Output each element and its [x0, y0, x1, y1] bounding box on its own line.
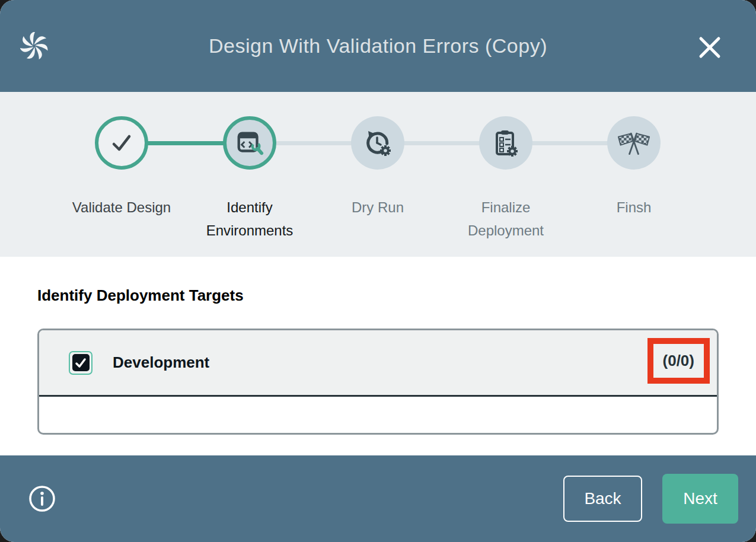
content-heading: Identify Deployment Targets: [37, 286, 719, 305]
deployment-targets-panel: Development (0/0): [37, 329, 719, 435]
environment-count: (0/0): [663, 352, 694, 370]
dialog-footer: Back Next: [0, 455, 756, 542]
next-button[interactable]: Next: [662, 474, 738, 524]
deployment-wizard-dialog: Design With Validation Errors (Copy) Val…: [0, 0, 756, 542]
history-gear-icon: [362, 127, 393, 158]
step-identify-environments: Identify Environments: [186, 92, 314, 242]
dialog-title: Design With Validation Errors (Copy): [0, 34, 756, 58]
step-label: Dry Run: [324, 196, 431, 219]
step-circle: [607, 116, 661, 170]
environment-checkbox[interactable]: [69, 351, 92, 375]
step-circle: [479, 116, 532, 170]
step-circle: [95, 116, 148, 170]
step-label: Validate Design: [68, 196, 175, 219]
step-label: Identify Environments: [196, 196, 303, 242]
wizard-body: Identify Deployment Targets Development …: [0, 257, 756, 455]
checkbox-checked-box: [72, 354, 90, 371]
environment-row: Development (0/0): [39, 330, 717, 397]
step-label: Finalize Deployment: [452, 196, 559, 242]
wizard-stepper: Validate Design Identify Environments: [0, 92, 756, 257]
stepper-steps: Validate Design Identify Environments: [58, 92, 698, 242]
checkered-flags-icon: [617, 127, 650, 158]
step-validate-design: Validate Design: [58, 92, 186, 242]
dialog-header: Design With Validation Errors (Copy): [0, 0, 756, 92]
step-circle: [223, 116, 276, 170]
info-button[interactable]: [28, 485, 56, 512]
step-label: Finsh: [580, 196, 687, 219]
code-window-wrench-icon: [235, 128, 264, 158]
checkbox-check-icon: [74, 356, 87, 369]
step-circle: [351, 116, 404, 170]
environment-name: Development: [113, 353, 209, 372]
count-highlight-annotation: (0/0): [647, 338, 710, 384]
close-icon: [697, 34, 723, 60]
checkmark-icon: [108, 129, 135, 157]
step-dry-run: Dry Run: [314, 92, 442, 242]
back-button[interactable]: Back: [563, 476, 642, 522]
info-icon: [28, 485, 56, 512]
step-finish: Finsh: [570, 92, 698, 242]
clipboard-gear-icon: [490, 127, 521, 158]
close-button[interactable]: [697, 34, 723, 60]
step-finalize-deployment: Finalize Deployment: [442, 92, 570, 242]
